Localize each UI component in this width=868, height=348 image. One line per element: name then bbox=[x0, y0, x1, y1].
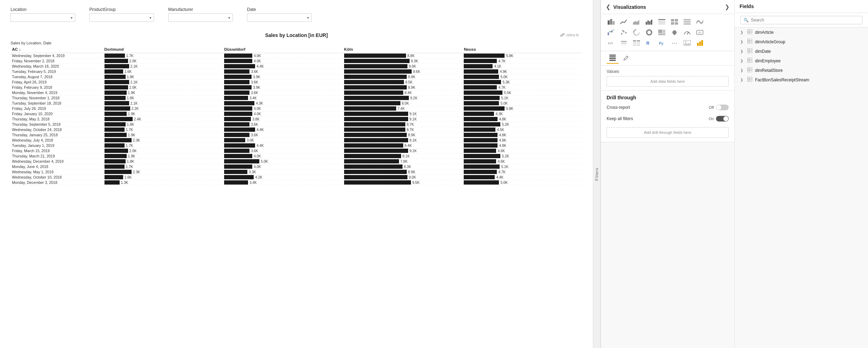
viz-icon-scatter[interactable] bbox=[618, 27, 630, 37]
keep-all-filters-toggle[interactable]: On bbox=[709, 116, 729, 122]
svg-rect-44 bbox=[637, 44, 640, 46]
koln-col-header: Köln bbox=[343, 46, 463, 53]
cross-report-track[interactable] bbox=[716, 105, 729, 110]
field-item-dimretailstore[interactable]: ❯ dimRetailStore bbox=[735, 66, 868, 75]
viz-icon-column-chart[interactable] bbox=[643, 17, 655, 27]
filters-side-tab[interactable]: Filters bbox=[593, 0, 601, 348]
svg-rect-72 bbox=[747, 67, 752, 72]
productgroup-filter-wrapper[interactable]: All bbox=[89, 13, 154, 22]
viz-icon-matrix-chart[interactable] bbox=[669, 17, 680, 27]
neuss-col-header: Neuss bbox=[462, 46, 582, 53]
table-row: Monday, December 3, 20181.3K3.4K9.5K5.0K bbox=[11, 180, 582, 185]
fields-search-input[interactable] bbox=[751, 18, 859, 23]
svg-rect-52 bbox=[609, 55, 616, 56]
viz-icon-custom[interactable] bbox=[694, 38, 706, 48]
viz-icon-table2[interactable] bbox=[631, 38, 642, 48]
svg-rect-13 bbox=[675, 19, 678, 21]
svg-rect-22 bbox=[613, 30, 614, 30]
viz-icon-image[interactable] bbox=[681, 38, 693, 48]
builder-tab-format[interactable] bbox=[620, 52, 632, 64]
date-filter-wrapper[interactable]: All bbox=[247, 13, 312, 22]
svg-rect-7 bbox=[651, 20, 652, 25]
chart-container: Sales by Location [in EUR] ☍ zebra bi Sa… bbox=[11, 32, 582, 185]
svg-rect-56 bbox=[747, 29, 752, 34]
svg-rect-17 bbox=[684, 21, 691, 23]
field-item-factbonsalesreceiptstream[interactable]: ❯ FactBonSalesReceiptStream bbox=[735, 75, 868, 85]
viz-panel-expand-icon[interactable]: ❯ bbox=[725, 4, 729, 10]
svg-rect-21 bbox=[611, 30, 613, 32]
dortmund-col-header: Dortmund bbox=[103, 46, 223, 53]
table-row: Friday, July 26, 20192.2K4.0K7.4K5.8K bbox=[11, 106, 582, 111]
productgroup-filter-input[interactable]: All bbox=[89, 13, 154, 22]
viz-icon-card[interactable]: 42 bbox=[694, 27, 706, 37]
field-name: dimRetailStore bbox=[755, 68, 783, 73]
manufacturer-filter-wrapper[interactable]: All bbox=[168, 13, 233, 22]
add-drill-fields-box[interactable]: Add drill-through fields here bbox=[607, 127, 729, 138]
svg-rect-16 bbox=[684, 19, 691, 20]
dusseldorf-col-header: Düsseldorf bbox=[223, 46, 343, 53]
svg-text:R: R bbox=[646, 41, 650, 46]
field-table-icon bbox=[747, 77, 752, 83]
location-filter-input[interactable]: All bbox=[11, 13, 75, 22]
search-box[interactable]: 🔍 bbox=[740, 16, 862, 24]
svg-rect-53 bbox=[609, 56, 616, 57]
location-filter-wrapper[interactable]: All bbox=[11, 13, 75, 22]
field-table-icon bbox=[747, 58, 752, 64]
viz-icon-area-chart[interactable] bbox=[631, 17, 642, 27]
field-name: dimArticleGroup bbox=[755, 39, 785, 44]
table-row: Wednesday, September 4, 20191.7K4.0K8.8K… bbox=[11, 53, 582, 58]
viz-icon-treemap[interactable] bbox=[656, 27, 668, 37]
viz-icons-grid: 42 KPI R Py ⋯ bbox=[601, 14, 734, 51]
viz-panel-collapse-icon[interactable]: ❮ bbox=[606, 4, 610, 10]
drill-section: Drill through Cross-report Off Keep all … bbox=[601, 91, 734, 142]
keep-all-filters-row: Keep all filters On bbox=[607, 116, 729, 122]
svg-rect-1 bbox=[610, 19, 612, 25]
viz-icon-kpi[interactable]: KPI bbox=[605, 38, 617, 48]
viz-icon-gauge[interactable] bbox=[681, 27, 693, 37]
field-item-dimdate[interactable]: ❯ dimDate bbox=[735, 46, 868, 56]
keep-all-filters-state: On bbox=[709, 117, 714, 121]
manufacturer-filter-input[interactable]: All bbox=[168, 13, 233, 22]
svg-rect-9 bbox=[658, 21, 665, 21]
svg-point-48 bbox=[685, 41, 686, 43]
svg-rect-30 bbox=[658, 30, 662, 33]
date-filter-input[interactable]: All bbox=[247, 13, 312, 22]
cross-report-thumb bbox=[716, 105, 721, 110]
keep-all-filters-track[interactable] bbox=[716, 116, 729, 122]
svg-rect-11 bbox=[658, 24, 665, 24]
viz-icon-slicer[interactable] bbox=[618, 38, 630, 48]
viz-icon-ribbon-chart[interactable] bbox=[694, 17, 706, 27]
viz-icon-stacked-bar[interactable] bbox=[605, 17, 617, 27]
table-row: Tuesday, August 7, 20181.8K3.9K8.9K5.0K bbox=[11, 74, 582, 80]
field-item-dimarticlegroup[interactable]: ❯ dimArticleGroup bbox=[735, 37, 868, 46]
viz-icon-waterfall[interactable] bbox=[605, 27, 617, 37]
viz-icon-pie-chart[interactable] bbox=[631, 27, 642, 37]
table-row: Monday, November 4, 20191.9K3.6K8.4K5.5K bbox=[11, 90, 582, 95]
builder-tab-fields[interactable] bbox=[607, 52, 619, 64]
field-item-dimemployee[interactable]: ❯ dimEmployee bbox=[735, 56, 868, 66]
viz-icon-donut-chart[interactable] bbox=[643, 27, 655, 37]
viz-icon-map[interactable] bbox=[669, 27, 680, 37]
svg-rect-20 bbox=[609, 31, 611, 32]
field-name: dimDate bbox=[755, 49, 771, 54]
svg-rect-42 bbox=[637, 42, 640, 44]
viz-icon-multi-row-card[interactable] bbox=[681, 17, 693, 27]
field-name: dimArticle bbox=[755, 30, 774, 35]
location-filter-label: Location bbox=[11, 7, 75, 12]
sort-col-header[interactable]: AC ↓ bbox=[11, 46, 103, 53]
viz-icon-python-visual[interactable]: Py bbox=[656, 38, 668, 48]
table-row: Friday, November 2, 20182.0K4.0K9.3K4.7K bbox=[11, 58, 582, 64]
viz-icon-more[interactable]: ⋯ bbox=[669, 38, 680, 48]
svg-rect-8 bbox=[658, 19, 665, 20]
cross-report-toggle[interactable]: Off bbox=[709, 105, 729, 110]
table-row: Tuesday, January 1, 20191.7K4.4K8.4K4.8K bbox=[11, 143, 582, 148]
svg-rect-5 bbox=[647, 20, 649, 25]
add-data-fields-box[interactable]: Add data fields here bbox=[607, 76, 729, 87]
viz-icon-table-chart[interactable] bbox=[656, 17, 668, 27]
viz-icon-line-chart[interactable] bbox=[618, 17, 630, 27]
field-item-dimarticle[interactable]: ❯ dimArticle bbox=[735, 27, 868, 37]
svg-rect-0 bbox=[608, 20, 610, 25]
svg-line-33 bbox=[687, 32, 689, 35]
fields-panel-title: Fields bbox=[740, 4, 754, 9]
viz-icon-r-visual[interactable]: R bbox=[643, 38, 655, 48]
